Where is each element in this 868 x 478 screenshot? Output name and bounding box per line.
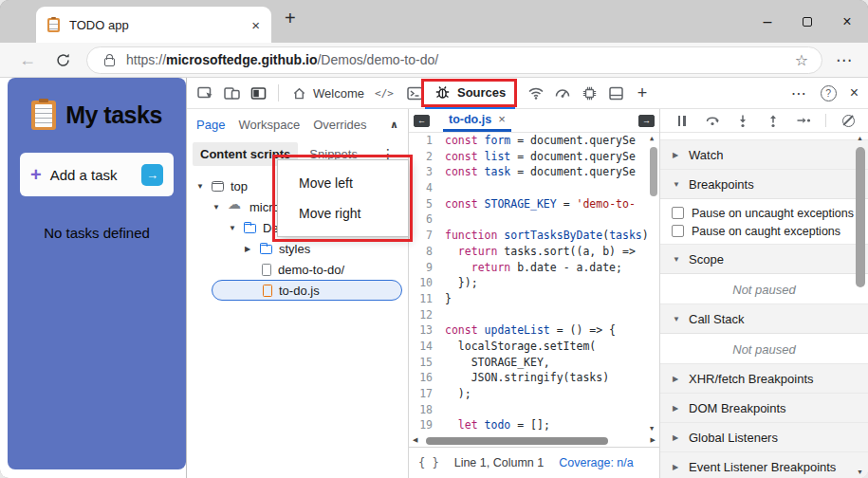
deactivate-breakpoints-icon[interactable] xyxy=(840,113,857,129)
section-scope[interactable]: ▼Scope xyxy=(660,244,868,274)
sidebar-scroll-up-icon[interactable]: ▲ xyxy=(857,135,863,141)
url-text[interactable]: https://microsoftedge.github.io/Demos/de… xyxy=(126,52,438,67)
horizontal-scroll-thumb[interactable] xyxy=(426,437,608,445)
inspect-element-icon[interactable] xyxy=(194,83,215,103)
help-glyph: ? xyxy=(825,87,831,99)
console-panel-icon[interactable] xyxy=(404,83,425,103)
tree-item-to-do-js[interactable]: to-do.js xyxy=(212,280,402,301)
code-line: 17 ); xyxy=(409,386,659,402)
elements-panel-icon[interactable]: </> xyxy=(370,87,398,100)
back-button[interactable]: ← xyxy=(19,50,36,70)
checkbox-row-pause-on-uncaught-exceptions[interactable]: Pause on uncaught exceptions xyxy=(672,204,868,222)
menu-item-move-left[interactable]: Move left xyxy=(299,175,408,191)
url-scheme: https:// xyxy=(126,52,166,67)
coverage-link[interactable]: Coverage: n/a xyxy=(559,456,634,469)
tab-favicon-clipboard-icon xyxy=(47,18,60,32)
pause-script-icon[interactable] xyxy=(674,113,690,129)
add-task-input[interactable]: Add a task xyxy=(50,167,118,183)
tab-overrides[interactable]: Overrides xyxy=(313,118,366,132)
more-tabs-button[interactable]: + xyxy=(632,83,653,103)
step-out-icon[interactable] xyxy=(765,113,781,129)
code-line: 8 return tasks.sort((a, b) => xyxy=(409,244,659,260)
editor-horizontal-scrollbar[interactable]: ◀ ▶ xyxy=(409,434,659,447)
application-panel-icon[interactable] xyxy=(605,83,626,103)
hide-navigator-icon[interactable]: ← xyxy=(414,115,430,127)
performance-panel-icon[interactable] xyxy=(552,83,573,103)
scroll-left-icon[interactable]: ◀ xyxy=(413,436,417,444)
network-panel-icon[interactable] xyxy=(526,83,546,103)
tree-expander-icon[interactable]: ▼ xyxy=(229,224,243,232)
browser-tab[interactable]: TODO app × xyxy=(36,7,271,43)
section-watch[interactable]: ▶Watch xyxy=(660,139,868,170)
address-bar[interactable]: https://microsoftedge.github.io/Demos/de… xyxy=(86,46,822,74)
window-titlebar: TODO app × + – × xyxy=(0,0,868,43)
navigator-tabs: Page Workspace Overrides ∧ xyxy=(187,109,408,139)
checkbox[interactable] xyxy=(672,225,684,237)
tab-welcome[interactable]: Welcome xyxy=(286,78,370,108)
sidebar-scroll-down-icon[interactable]: ▼ xyxy=(857,469,863,475)
code-editor-pane: ← to-do.js × → 1const form = document.qu… xyxy=(409,109,660,478)
checkbox[interactable] xyxy=(672,207,684,219)
section-xhr-fetch-breakpoints[interactable]: ▶XHR/fetch Breakpoints xyxy=(660,363,868,394)
section-label: Call Stack xyxy=(689,312,745,326)
file-tab-to-do-js[interactable]: to-do.js × xyxy=(443,109,511,132)
vertical-scroll-thumb[interactable] xyxy=(650,147,657,196)
frame-icon xyxy=(212,181,224,192)
maximize-button[interactable] xyxy=(796,13,819,30)
browser-menu-icon[interactable]: ⋯ xyxy=(836,50,853,70)
add-task-form[interactable]: + Add a task → xyxy=(20,153,174,196)
step-over-icon[interactable] xyxy=(704,113,720,129)
code-line: 9 return b.date - a.date; xyxy=(409,260,659,276)
tree-expander-icon[interactable]: ▼ xyxy=(212,203,227,211)
sidebar-scroll-thumb[interactable] xyxy=(856,147,865,287)
code-area[interactable]: 1const form = document.querySe2const lis… xyxy=(409,133,659,434)
show-debugger-icon[interactable]: → xyxy=(638,115,655,127)
file-tab-close-icon[interactable]: × xyxy=(498,112,506,126)
section-event-listener-breakpoints[interactable]: ▶Event Listener Breakpoints xyxy=(660,451,868,478)
scroll-up-icon[interactable]: ▲ xyxy=(650,135,654,142)
tab-close-icon[interactable]: × xyxy=(251,17,260,33)
checkbox-row-pause-on-caught-exceptions[interactable]: Pause on caught exceptions xyxy=(672,222,868,240)
sidebar-scrollbar[interactable]: ▲ ▼ xyxy=(855,135,866,475)
tree-expander-icon[interactable]: ▶ xyxy=(245,245,259,253)
step-icon[interactable] xyxy=(795,113,811,129)
code-line: 4 xyxy=(409,180,659,196)
menu-item-move-right[interactable]: Move right xyxy=(299,206,408,221)
not-paused-notice: Not paused xyxy=(660,334,868,364)
code-line: 14 localStorage.setItem( xyxy=(409,339,659,355)
add-task-submit-button[interactable]: → xyxy=(141,164,163,186)
step-into-icon[interactable] xyxy=(734,113,750,129)
dock-side-icon[interactable] xyxy=(248,83,268,103)
devtools-close-icon[interactable]: × xyxy=(850,84,859,101)
code-text: const updateList = () => { xyxy=(445,322,659,339)
tree-item-demo-to-do[interactable]: demo-to-do/ xyxy=(187,259,408,280)
new-tab-button[interactable]: + xyxy=(285,8,296,29)
tree-item-styles[interactable]: ▶styles xyxy=(187,238,408,259)
scroll-down-icon[interactable]: ▼ xyxy=(650,425,654,432)
section-global-listeners[interactable]: ▶Global Listeners xyxy=(660,422,868,452)
devtools-window-controls: ⋯ ? × xyxy=(778,84,868,102)
context-menu: Move left Move right xyxy=(277,159,409,237)
editor-vertical-scrollbar[interactable]: ▲ ▼ xyxy=(648,133,659,434)
tree-expander-icon[interactable]: ▼ xyxy=(196,182,211,191)
help-icon[interactable]: ? xyxy=(821,85,837,101)
section-breakpoints[interactable]: ▼Breakpoints xyxy=(660,169,868,199)
tab-page[interactable]: Page xyxy=(196,118,225,132)
tab-sources[interactable]: Sources xyxy=(425,78,515,109)
section-call-stack[interactable]: ▼Call Stack xyxy=(660,303,868,334)
device-emulation-icon[interactable] xyxy=(221,83,242,103)
devtools-menu-icon[interactable]: ⋯ xyxy=(791,84,807,102)
pretty-print-icon[interactable]: { } xyxy=(418,456,439,469)
section-dom-breakpoints[interactable]: ▶DOM Breakpoints xyxy=(660,393,868,423)
lock-icon[interactable] xyxy=(104,58,115,66)
memory-panel-icon[interactable] xyxy=(579,83,600,103)
minimize-button[interactable]: – xyxy=(756,13,779,30)
section-label: Event Listener Breakpoints xyxy=(689,460,836,474)
refresh-button[interactable] xyxy=(55,52,71,68)
devtools-body: Page Workspace Overrides ∧ Content scrip… xyxy=(187,109,868,478)
window-close-button[interactable]: × xyxy=(836,13,859,30)
favorite-star-icon[interactable]: ☆ xyxy=(795,51,808,69)
scroll-right-icon[interactable]: ▶ xyxy=(651,436,656,444)
collapse-chevron-icon[interactable]: ∧ xyxy=(390,119,398,131)
tab-workspace[interactable]: Workspace xyxy=(238,118,300,132)
